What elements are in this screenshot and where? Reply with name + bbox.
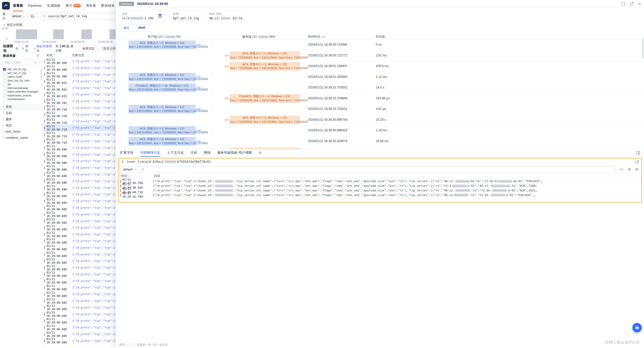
log-row[interactable]: 01/11 16:39:00.685{"l4_proto":"tcp","tcp…: [43, 211, 121, 218]
host-stack-icon[interactable]: [157, 13, 163, 19]
facet-section[interactable]: 状态: [0, 122, 43, 128]
nav-item[interactable]: 查看器: [13, 0, 23, 11]
log-row[interactable]: 01/11 16:39:00.832{"l4_proto":"tcp","tcp…: [43, 85, 121, 91]
log-row[interactable]: 01/11 16:39:00.685{"l4_proto":"tcp","tcp…: [43, 324, 121, 331]
app-logo[interactable]: [2, 2, 10, 10]
log-row[interactable]: 01/11 16:39:00.832{"l4_proto":"tcp","tcp…: [43, 78, 121, 85]
facet-section[interactable]: 主机: [0, 110, 43, 116]
log-row[interactable]: 01/11 16:39:00.685{"l4_proto":"tcp","tcp…: [43, 205, 121, 211]
fullscreen-icon[interactable]: [622, 2, 625, 5]
source-checkbox-item[interactable]: kube-controller-manager: [3, 90, 43, 94]
detail-tab[interactable]: 上下文日志: [167, 149, 184, 156]
funnel-icon[interactable]: [36, 54, 39, 57]
open-in-new-icon[interactable]: [635, 160, 639, 164]
code-view-icon[interactable]: </>: [618, 168, 624, 171]
source-checkbox-item[interactable]: monhardware: [3, 97, 43, 101]
checkbox[interactable]: [3, 79, 6, 82]
chart-bar[interactable]: [27, 29, 37, 39]
log-row[interactable]: 01/11 16:39:00.986{"l4_proto":"tcp","tcp…: [43, 71, 121, 78]
close-icon[interactable]: ×: [639, 2, 641, 6]
tab-json[interactable]: Json: [134, 25, 149, 31]
nav-item[interactable]: Pipelines: [28, 0, 42, 11]
edit-button[interactable]: ✎ 编辑: [22, 44, 30, 53]
chart-plot[interactable]: 01/08 12:0001/08 18:0001/09 00:0001/09 0…: [9, 28, 116, 39]
column-header-time[interactable]: 时间: [121, 174, 154, 178]
checkbox[interactable]: [3, 75, 6, 78]
related-log-row[interactable]: 01/11 16:39:00.719{"l4_proto":"tcp","tcp…: [118, 188, 641, 193]
log-row[interactable]: 01/11 16:39:00.719{"l4_proto":"tcp","tcp…: [43, 125, 121, 131]
funnel-icon[interactable]: [121, 160, 124, 163]
related-log-row[interactable]: 01/11 16:47:45.704{"l4_proto":"tcp","tcp…: [118, 179, 641, 184]
source-checkbox-item[interactable]: gin: [3, 82, 43, 86]
sidebar-search-input[interactable]: [4, 61, 33, 64]
source-checkbox-item[interactable]: calico-node: [3, 75, 43, 79]
log-row[interactable]: 01/11 16:39:00.996{"l4_proto":"tcp","tcp…: [43, 58, 121, 65]
chart-bar[interactable]: [81, 29, 92, 39]
log-row[interactable]: 01/11 16:39:00.685{"l4_proto":"tcp","tcp…: [43, 218, 121, 224]
checkbox[interactable]: [3, 71, 6, 74]
log-row[interactable]: 01/11 16:39:00.686{"l4_proto":"tcp","tcp…: [43, 184, 121, 191]
log-row[interactable]: 01/11 16:39:00.685{"l4_proto":"tcp","tcp…: [43, 331, 121, 338]
log-row[interactable]: 01/11 16:39:00.685{"l4_proto":"tcp","tcp…: [43, 264, 121, 271]
index-select[interactable]: default: [10, 13, 27, 19]
detail-tab[interactable]: 关联网络日志: [140, 149, 160, 156]
collapse-quick-filter-button[interactable]: 收起快捷筛选: [33, 44, 53, 53]
view-mode-button[interactable]: [29, 13, 38, 19]
sidebar-search[interactable]: [3, 60, 40, 65]
log-row[interactable]: 01/11 16:39:00.685{"l4_proto":"tcp","tcp…: [43, 278, 121, 284]
log-row[interactable]: 01/11 16:39:00.719{"l4_proto":"tcp","tcp…: [43, 131, 121, 138]
gear-icon[interactable]: ⚙: [635, 167, 638, 171]
log-row[interactable]: 01/11 16:39:00.685{"l4_proto":"tcp","tcp…: [43, 291, 121, 298]
related-search-input[interactable]: default: [121, 166, 616, 173]
facet-section[interactable]: 服务: [0, 116, 43, 122]
log-row[interactable]: 01/11 16:39:00.781{"l4_proto":"tcp","tcp…: [43, 98, 121, 105]
log-row[interactable]: 01/11 16:39:00.685{"l4_proto":"tcp","tcp…: [43, 271, 121, 278]
log-row[interactable]: 01/11 16:39:00.720{"l4_proto":"tcp","tcp…: [43, 111, 121, 118]
log-row[interactable]: 01/11 16:39:00.686{"l4_proto":"tcp","tcp…: [43, 171, 121, 178]
detail-tab[interactable]: 扩展字段: [120, 149, 133, 156]
log-row[interactable]: 01/11 16:39:00.996{"l4_proto":"tcp","tcp…: [43, 65, 121, 71]
absolute-time-header[interactable]: 绝对时间: [308, 35, 325, 39]
log-row[interactable]: 01/11 16:39:00.685{"l4_proto":"tcp","tcp…: [43, 231, 121, 238]
chart-title[interactable]: 状态分布图: [3, 23, 22, 27]
search-input[interactable]: source:bpf_net_l4_log: [40, 13, 119, 20]
detail-tab[interactable]: 网络: [204, 149, 211, 156]
log-row[interactable]: 01/11 16:39:00.685{"l4_proto":"tcp","tcp…: [43, 258, 121, 264]
list-view-icon[interactable]: [628, 168, 631, 171]
checkbox[interactable]: [3, 83, 6, 86]
log-row[interactable]: 01/11 16:39:00.685{"l4_proto":"tcp","tcp…: [43, 304, 121, 311]
nav-item[interactable]: 数据转发: [101, 0, 115, 11]
log-row[interactable]: 01/11 16:39:00.685{"l4_proto":"tcp","tcp…: [43, 284, 121, 291]
column-header-time[interactable]: 时间: [43, 53, 72, 58]
log-row[interactable]: 01/11 16:39:00.686{"l4_proto":"tcp","tcp…: [43, 165, 121, 171]
log-row[interactable]: 01/11 16:39:00.720{"l4_proto":"tcp","tcp…: [43, 118, 121, 125]
scrollbar[interactable]: [642, 38, 643, 59]
related-log-row[interactable]: 01/11 16:34:15.704{"l4_proto":"tcp","tcp…: [118, 193, 641, 197]
nav-item[interactable]: 黑名单: [86, 0, 96, 11]
source-checkbox-item[interactable]: fake_log_for_test: [3, 79, 43, 83]
log-row[interactable]: 01/11 16:39:00.686{"l4_proto":"tcp","tcp…: [43, 178, 121, 184]
log-row[interactable]: 01/11 16:39:00.685{"l4_proto":"tcp","tcp…: [43, 251, 121, 258]
export-icon[interactable]: [630, 2, 633, 5]
detail-tab[interactable]: 主机: [190, 149, 197, 156]
facet-section[interactable]: pod_name: [0, 128, 43, 135]
gear-icon[interactable]: ⚙: [15, 47, 19, 51]
log-row[interactable]: 01/11 16:39:00.719{"l4_proto":"tcp","tcp…: [43, 138, 121, 145]
ai-assistant-button[interactable]: [632, 323, 642, 332]
scrollbar[interactable]: [41, 68, 42, 80]
tab-packet[interactable]: 报文: [119, 25, 134, 31]
checkbox[interactable]: [3, 86, 6, 89]
source-checkbox-item[interactable]: internal-dataway: [3, 86, 43, 90]
related-log-row[interactable]: 01/11 16:44:30.926{"l4_proto":"tcp","tcp…: [118, 184, 641, 188]
log-row[interactable]: 01/11 16:39:00.685{"l4_proto":"tcp","tcp…: [43, 318, 121, 324]
checkbox[interactable]: [3, 98, 6, 101]
source-checkbox-item[interactable]: kubernetes_events: [3, 94, 43, 98]
checkbox[interactable]: [3, 90, 6, 93]
log-row[interactable]: 01/11 16:39:00.685{"l4_proto":"tcp","tcp…: [43, 224, 121, 231]
nav-item[interactable]: 生成指标: [47, 0, 60, 11]
log-row[interactable]: 01/11 16:39:00.686{"l4_proto":"tcp","tcp…: [43, 144, 121, 151]
log-row[interactable]: 01/11 16:39:00.686{"l4_proto":"tcp","tcp…: [43, 151, 121, 158]
log-row[interactable]: 01/11 16:39:00.685{"l4_proto":"tcp","tcp…: [43, 238, 121, 245]
log-row[interactable]: 01/11 16:39:00.728{"l4_proto":"tcp","tcp…: [43, 105, 121, 111]
log-row[interactable]: 01/11 16:39:00.685{"l4_proto":"tcp","tcp…: [43, 337, 121, 344]
